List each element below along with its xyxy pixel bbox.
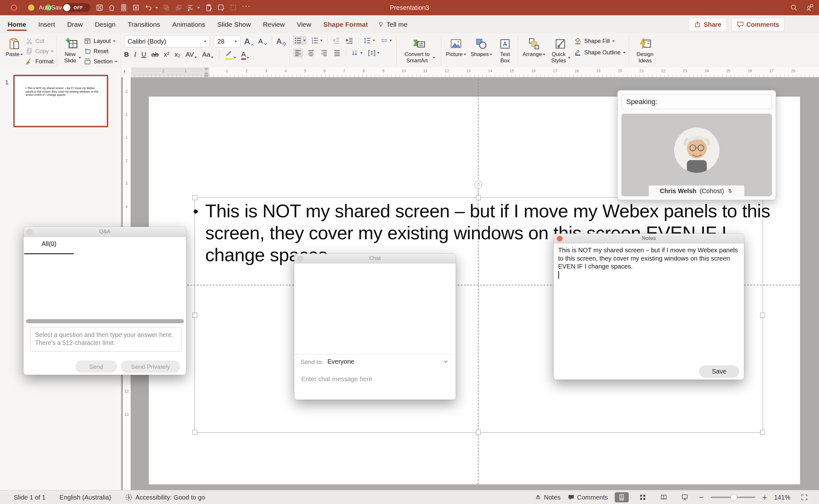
- clear-formatting-button[interactable]: A: [277, 37, 286, 46]
- section-chevron[interactable]: [115, 61, 117, 62]
- resize-handle-w[interactable]: [193, 313, 197, 318]
- qa-horizontal-scrollbar[interactable]: [26, 319, 184, 323]
- qa-title-bar[interactable]: Q&A: [24, 227, 186, 237]
- qa-close-button[interactable]: [27, 229, 32, 235]
- section-button[interactable]: Section: [84, 57, 117, 66]
- resize-handle-nw[interactable]: [193, 195, 197, 200]
- zoom-slider[interactable]: [711, 497, 755, 498]
- tell-me-button[interactable]: Tell me: [377, 21, 408, 28]
- tab-insert[interactable]: Insert: [38, 16, 56, 33]
- qa-answer-input[interactable]: Select a question and then type your ans…: [30, 327, 182, 352]
- slide-thumbnail[interactable]: • This is NOT my shared screen – but if …: [13, 75, 108, 127]
- arrange-button[interactable]: Arrange: [521, 37, 547, 58]
- format-painter-button[interactable]: Format: [25, 57, 53, 66]
- slide-show-button[interactable]: [678, 492, 692, 502]
- undo-dropdown-chevron[interactable]: [155, 7, 158, 9]
- comments-button[interactable]: Comments: [731, 18, 785, 31]
- tab-design[interactable]: Design: [94, 16, 116, 33]
- template-icon[interactable]: [120, 3, 128, 12]
- picture-chevron[interactable]: [464, 54, 466, 55]
- tab-review[interactable]: Review: [262, 16, 285, 33]
- align-left-button[interactable]: [293, 48, 303, 58]
- resize-handle-s[interactable]: [476, 430, 481, 435]
- subscript-button[interactable]: x₂: [174, 51, 180, 58]
- chat-recipient-chevron[interactable]: [443, 359, 449, 366]
- numbering-button[interactable]: [310, 36, 324, 45]
- language-label[interactable]: English (Australia): [59, 494, 111, 501]
- notes-text[interactable]: This is NOT my shared screen – but if I …: [558, 246, 738, 271]
- notes-title-bar[interactable]: Notes: [554, 234, 744, 243]
- convert-to-smartart-button[interactable]: Convert to SmartArt: [400, 37, 438, 64]
- chat-recipient-value[interactable]: Everyone: [327, 358, 354, 365]
- notes-save-button[interactable]: Save: [699, 365, 739, 378]
- align-text-button[interactable]: [367, 48, 381, 58]
- tab-animations[interactable]: Animations: [171, 16, 206, 33]
- zoom-slider-thumb[interactable]: [731, 494, 737, 501]
- increase-font-button[interactable]: A: [244, 37, 254, 46]
- resize-handle-n[interactable]: [476, 195, 481, 200]
- slide-count-label[interactable]: Slide 1 of 1: [14, 494, 45, 501]
- bold-button[interactable]: B: [124, 51, 129, 58]
- save-icon[interactable]: [95, 3, 104, 12]
- tab-shape-format[interactable]: Shape Format: [323, 16, 368, 33]
- qa-tab-all[interactable]: All(0): [24, 240, 74, 248]
- reset-button[interactable]: Reset: [84, 47, 117, 56]
- zoom-level[interactable]: 141%: [774, 494, 790, 501]
- tab-draw[interactable]: Draw: [67, 16, 83, 33]
- resize-handle-sw[interactable]: [193, 430, 197, 435]
- left-indent-marker[interactable]: [204, 75, 208, 77]
- minimize-window-button[interactable]: [28, 4, 34, 11]
- tab-slide-show[interactable]: Slide Show: [217, 16, 251, 33]
- character-spacing-button[interactable]: AV: [185, 51, 197, 58]
- shapes-button[interactable]: Shapes: [470, 37, 493, 58]
- close-window-button[interactable]: [11, 4, 17, 11]
- search-icon[interactable]: [790, 3, 798, 12]
- align-right-button[interactable]: [319, 48, 329, 58]
- arrange-chevron[interactable]: [543, 54, 545, 55]
- text-box-button[interactable]: Text Box: [495, 37, 515, 64]
- align-center-button[interactable]: [306, 48, 316, 58]
- save-as-icon[interactable]: [217, 3, 225, 12]
- qa-send-privately-button[interactable]: Send Privately: [121, 361, 180, 373]
- feedback-icon[interactable]: [806, 3, 814, 12]
- paste-chevron[interactable]: [20, 54, 23, 55]
- italic-button[interactable]: I: [134, 51, 136, 59]
- speaker-video-tile[interactable]: Chris Welsh (Cohost): [621, 114, 772, 196]
- shapes-chevron[interactable]: [490, 54, 492, 55]
- decrease-font-button[interactable]: A: [258, 37, 267, 45]
- chat-close-button[interactable]: [297, 256, 303, 262]
- home-icon[interactable]: [108, 3, 116, 12]
- bullets-button[interactable]: [293, 36, 307, 45]
- change-case-button[interactable]: Aa: [202, 51, 213, 58]
- shape-fill-button[interactable]: Shape Fill: [574, 37, 626, 45]
- design-ideas-button[interactable]: Design Ideas: [632, 37, 658, 64]
- font-size-select[interactable]: 28: [214, 35, 241, 47]
- font-name-select[interactable]: Calibri (Body): [124, 35, 210, 47]
- chat-title-bar[interactable]: Chat: [294, 254, 456, 263]
- font-color-button[interactable]: A: [241, 50, 249, 59]
- tab-view[interactable]: View: [296, 16, 312, 33]
- undo-button[interactable]: [144, 3, 153, 12]
- tab-transitions[interactable]: Transitions: [127, 16, 161, 33]
- paste-button[interactable]: Paste: [3, 37, 25, 58]
- resize-handle-se[interactable]: [760, 430, 765, 435]
- resize-handle-e[interactable]: [760, 313, 765, 318]
- smartart-chevron[interactable]: [433, 57, 435, 59]
- line-spacing-button[interactable]: [362, 36, 376, 45]
- slide-sorter-view-button[interactable]: [636, 492, 650, 502]
- tab-home[interactable]: Home: [7, 16, 27, 33]
- new-slide-chevron[interactable]: [79, 57, 81, 59]
- qa-send-button[interactable]: Send: [75, 361, 117, 373]
- accessibility-status[interactable]: Accessibility: Good to go: [125, 493, 205, 501]
- superscript-button[interactable]: x²: [164, 51, 170, 58]
- layout-button[interactable]: Layout: [84, 37, 117, 45]
- fit-to-window-button[interactable]: [797, 492, 811, 502]
- autosave-toggle[interactable]: OFF: [62, 3, 90, 12]
- rotation-handle[interactable]: [474, 181, 482, 188]
- normal-view-button[interactable]: [615, 492, 629, 502]
- align-objects-icon[interactable]: [186, 3, 195, 12]
- strikethrough-button[interactable]: ab: [151, 51, 158, 58]
- underline-button[interactable]: U: [141, 51, 146, 58]
- justify-button[interactable]: [332, 48, 342, 58]
- quick-styles-chevron[interactable]: [568, 57, 571, 59]
